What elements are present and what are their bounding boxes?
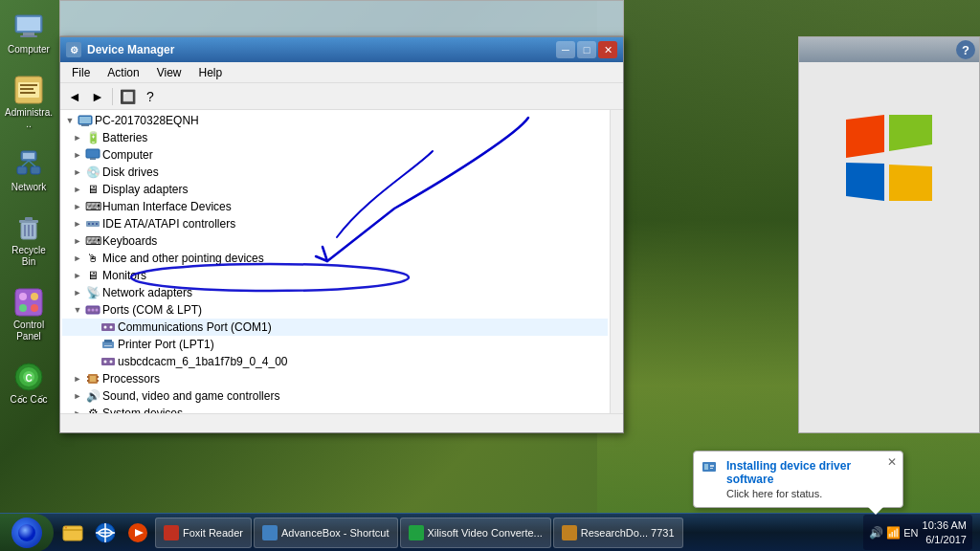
mice-expander: ► (70, 251, 85, 266)
tree-node-network[interactable]: ► 📡 Network adapters (62, 284, 608, 301)
right-pane (610, 110, 623, 413)
annotation-bar (59, 0, 624, 36)
xilisoft-icon (409, 525, 424, 540)
desktop-icon-computer[interactable]: Computer (2, 8, 56, 59)
desktop-icon-admin[interactable]: Administra... (2, 71, 56, 134)
taskbar-icon-media[interactable] (122, 516, 153, 550)
tree-node-monitors[interactable]: ► 🖥 Monitors (62, 267, 608, 284)
network-tray-icon[interactable]: 📶 (886, 526, 900, 540)
svg-point-24 (19, 304, 27, 312)
sound-icon: 🔊 (85, 388, 100, 404)
svg-rect-10 (23, 153, 34, 159)
desktop-icon-control-panel[interactable]: Control Panel (2, 283, 56, 346)
toolbar-forward[interactable]: ► (87, 86, 108, 107)
keyboards-expander: ► (70, 233, 85, 249)
admin-icon-label: Administra... (4, 107, 54, 130)
monitors-expander: ► (70, 268, 85, 283)
help-icon[interactable]: ? (956, 40, 975, 59)
tree-node-ide[interactable]: ► IDE ATA/ATAPI controllers (62, 215, 608, 232)
tree-node-processors[interactable]: ► Processors (62, 370, 608, 387)
display-icon: 🖥 (85, 182, 100, 197)
menu-action[interactable]: Action (100, 64, 146, 81)
svg-rect-48 (104, 345, 112, 346)
svg-rect-34 (90, 158, 96, 160)
tree-root[interactable]: ▼ PC-20170328EQNH (62, 112, 608, 129)
taskbar-icon-explorer[interactable] (57, 516, 88, 550)
tree-node-keyboards[interactable]: ► ⌨ Keyboards (62, 232, 608, 250)
taskbar-item-foxit[interactable]: Foxit Reader (155, 518, 252, 548)
notification-bubble[interactable]: Installing device driver software Click … (693, 451, 903, 508)
device-manager-window: ⚙ Device Manager ─ □ ✕ File Action View … (59, 36, 624, 433)
network-expander: ► (70, 285, 85, 300)
tree-node-mice[interactable]: ► 🖱 Mice and other pointing devices (62, 250, 608, 267)
tree-node-printer-port[interactable]: Printer Port (LPT1) (62, 336, 608, 353)
minimize-button[interactable]: ─ (556, 41, 575, 58)
desktop-icon-cococ[interactable]: C Cốc Cốc (2, 358, 56, 409)
maximize-button[interactable]: □ (577, 41, 596, 58)
printer-port-label: Printer Port (LPT1) (118, 338, 608, 351)
window-title-area: ⚙ Device Manager (66, 42, 174, 57)
display-expander: ► (70, 182, 85, 197)
tree-node-ports[interactable]: ▼ Ports (COM & LPT) (62, 301, 608, 319)
menu-file[interactable]: File (64, 64, 98, 81)
taskbar-item-advancebox[interactable]: AdvanceBox - Shortcut (254, 518, 398, 548)
tree-node-batteries[interactable]: ► 🔋 Batteries (62, 129, 608, 146)
tree-node-display[interactable]: ► 🖥 Display adapters (62, 181, 608, 198)
svg-rect-38 (96, 223, 98, 225)
tree-node-system[interactable]: ► ⚙ System devices (62, 405, 608, 413)
svg-rect-37 (92, 223, 94, 225)
tree-node-computer[interactable]: ► Computer (62, 146, 608, 164)
notification-title[interactable]: Installing device driver software (726, 459, 893, 486)
tree-node-comm-port[interactable]: Communications Port (COM1) (62, 319, 608, 336)
svg-rect-33 (86, 149, 100, 158)
svg-point-50 (104, 361, 107, 364)
ide-icon (85, 216, 100, 231)
svg-point-23 (31, 293, 38, 300)
svg-rect-71 (704, 464, 708, 470)
close-button[interactable]: ✕ (598, 41, 617, 58)
toolbar-back[interactable]: ◄ (64, 86, 85, 107)
toolbar-properties[interactable]: 🔲 (117, 86, 138, 107)
taskbar-icon-ie[interactable] (90, 516, 121, 550)
svg-rect-6 (20, 84, 37, 86)
device-tree[interactable]: ▼ PC-20170328EQNH ► 🔋 Batteries (60, 110, 610, 413)
tree-node-disk-drives[interactable]: ► 💿 Disk drives (62, 164, 608, 181)
advancebox-label: AdvanceBox - Shortcut (281, 527, 390, 539)
sound-expander: ► (70, 388, 85, 404)
cococ-icon-label: Cốc Cốc (10, 394, 47, 406)
svg-point-61 (18, 524, 35, 541)
computer-icon (13, 11, 44, 42)
ide-expander: ► (70, 216, 85, 231)
clock-time: 10:36 AM (923, 518, 967, 532)
notification-close-button[interactable]: ✕ (887, 455, 897, 469)
start-button[interactable] (0, 514, 54, 552)
control-panel-icon (13, 287, 44, 318)
xilisoft-label: Xilisoft Video Converte... (428, 527, 543, 539)
menu-help[interactable]: Help (191, 64, 231, 81)
notification-content: Installing device driver software Click … (703, 459, 893, 499)
tree-node-sound[interactable]: ► 🔊 Sound, video and game controllers (62, 387, 608, 405)
taskbar-item-research[interactable]: ResearchDo... 7731 (553, 518, 683, 548)
menu-view[interactable]: View (149, 64, 189, 81)
network-node-icon: 📡 (85, 285, 100, 300)
window-title-text: Device Manager (87, 43, 174, 56)
desktop-icon-recycle[interactable]: Recycle Bin (2, 209, 56, 272)
system-tray[interactable]: 🔊 📶 EN 10:36 AM 6/1/2017 (863, 515, 972, 550)
system-label: System devices (102, 407, 608, 413)
svg-rect-8 (20, 92, 35, 94)
svg-line-13 (22, 161, 29, 166)
window-titlebar: ⚙ Device Manager ─ □ ✕ (60, 37, 623, 62)
volume-icon[interactable]: 🔊 (869, 526, 882, 540)
taskbar-item-xilisoft[interactable]: Xilisoft Video Converte... (400, 518, 551, 548)
proc-expander: ► (70, 371, 85, 386)
svg-rect-2 (23, 33, 34, 35)
printer-expander (85, 337, 100, 352)
svg-rect-1 (17, 17, 40, 31)
tree-node-usbcdc[interactable]: usbcdcacm_6_1ba1f7b9_0_4_00 (62, 353, 608, 370)
toolbar-help[interactable]: ? (140, 86, 161, 107)
svg-rect-63 (63, 529, 82, 531)
desktop-icon-network[interactable]: Network (2, 145, 56, 197)
notification-text: Click here for status. (726, 488, 893, 499)
processors-label: Processors (102, 372, 608, 386)
tree-node-hid[interactable]: ► ⌨ Human Interface Devices (62, 198, 608, 215)
